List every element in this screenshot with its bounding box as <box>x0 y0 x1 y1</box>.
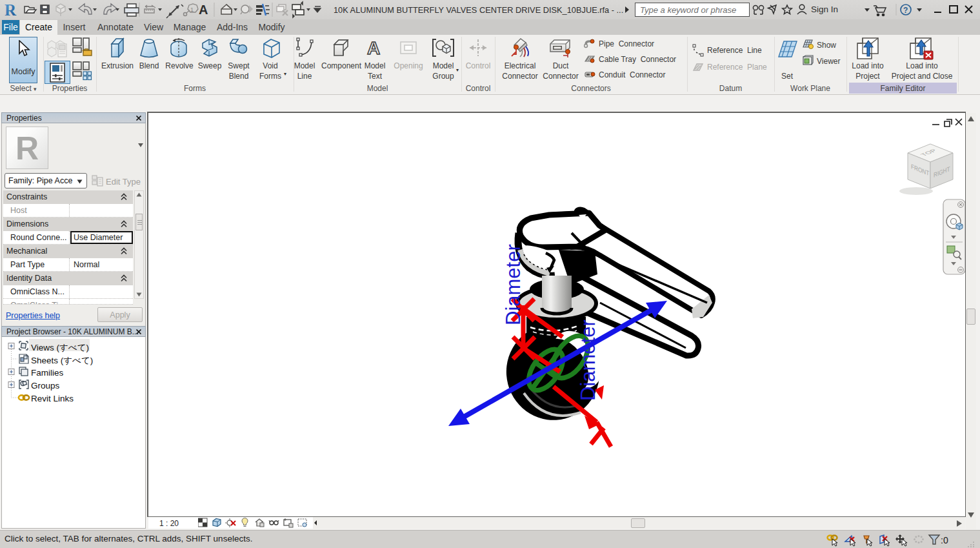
svg-text:1: 1 <box>190 6 194 13</box>
svg-text:Diameter: Diameter <box>502 244 525 325</box>
svg-text:Diameter: Diameter <box>577 320 599 401</box>
svg-text:A: A <box>199 3 208 17</box>
svg-text:R: R <box>5 1 17 19</box>
svg-text::0: :0 <box>941 535 948 545</box>
svg-text:A: A <box>367 38 380 58</box>
svg-text:?: ? <box>903 6 908 15</box>
